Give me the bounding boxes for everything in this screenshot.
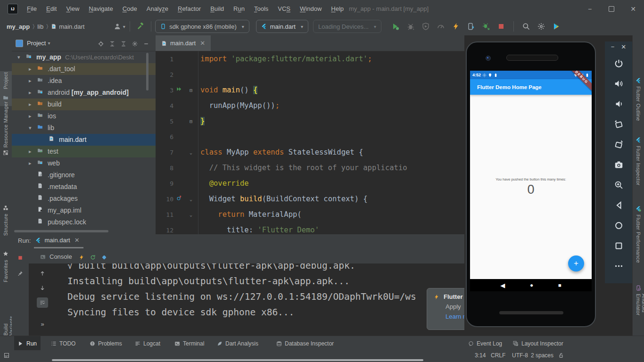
- toolwindow-event-log[interactable]: Event Log: [464, 336, 506, 351]
- flutter-dot-icon[interactable]: [636, 206, 641, 212]
- line-ending[interactable]: CRLF: [491, 352, 505, 359]
- hide-button[interactable]: [143, 40, 149, 47]
- folder-plain-icon[interactable]: [3, 95, 8, 100]
- up-button[interactable]: [37, 268, 48, 279]
- toolwindow-todo[interactable]: TODO: [47, 336, 79, 351]
- chevrons-button[interactable]: »: [37, 319, 48, 329]
- tab-console[interactable]: Console: [40, 253, 72, 260]
- caret-position[interactable]: 3:14: [475, 352, 486, 359]
- menu-help[interactable]: Help: [327, 3, 348, 14]
- stripe-flutter-performance[interactable]: Flutter Performance: [636, 214, 641, 263]
- minimize-button[interactable]: −: [579, 0, 601, 17]
- run-tab-main-dart[interactable]: main.dart ✕: [31, 234, 84, 244]
- fold-marker-icon[interactable]: ⊟: [190, 82, 192, 98]
- emulator-phone[interactable]: 4:52 Flutter Demo Home Page DEBUG You ha…: [466, 41, 596, 327]
- toolwindow-run[interactable]: Run: [14, 336, 41, 351]
- run-config-selector[interactable]: main.dart ▾: [256, 20, 308, 33]
- hot-restart-button[interactable]: [90, 253, 96, 260]
- devtools-button[interactable]: [101, 253, 107, 260]
- down-button[interactable]: [37, 283, 48, 293]
- collapse-arrow-icon[interactable]: ▾: [17, 51, 20, 63]
- emu-device-icon[interactable]: [636, 285, 641, 291]
- menu-tools[interactable]: Tools: [250, 3, 272, 14]
- code-line-5[interactable]: 5⊟}: [156, 114, 464, 129]
- tree-item-android[interactable]: ▸android [my_app_android]: [12, 87, 156, 99]
- flutter-icon[interactable]: [636, 78, 641, 83]
- code-line-6[interactable]: 6: [156, 129, 464, 145]
- emulator-back-button[interactable]: [614, 201, 623, 210]
- nav-home-button[interactable]: ●: [530, 282, 533, 288]
- menu-code[interactable]: Code: [118, 3, 141, 14]
- device-selector[interactable]: sdk gphone x86 (mobile) ▾: [155, 20, 249, 33]
- horizontal-scrollbar[interactable]: [52, 359, 423, 361]
- breadcrumb-folder[interactable]: lib: [37, 23, 43, 30]
- vertical-scrollbar[interactable]: [146, 53, 149, 90]
- tree-item-pubspec-lock[interactable]: pubspec.lock: [12, 216, 156, 228]
- profile-button[interactable]: [434, 20, 447, 33]
- stop-button[interactable]: [495, 20, 508, 33]
- run-button[interactable]: [389, 20, 402, 33]
- fold-marker-icon[interactable]: ⌄: [190, 191, 192, 207]
- expand-arrow-icon[interactable]: ▸: [29, 99, 32, 110]
- toolwindow-dart-analysis[interactable]: Dart Analysis: [213, 336, 262, 351]
- device-bolt-button[interactable]: [464, 20, 478, 33]
- tree-item-build[interactable]: ▸build: [12, 99, 156, 110]
- stop-button[interactable]: [17, 254, 23, 261]
- tree-item--dart-tool[interactable]: ▸.dart_tool: [12, 63, 156, 75]
- tree-item--idea[interactable]: ▸.idea: [12, 75, 156, 87]
- menu-navigate[interactable]: Navigate: [84, 3, 117, 14]
- code-line-7[interactable]: 7⌄class MyApp extends StatelessWidget {: [156, 145, 464, 160]
- build-button[interactable]: [134, 20, 147, 33]
- menu-edit[interactable]: Edit: [42, 3, 61, 14]
- tree-item-test[interactable]: ▸test: [12, 146, 156, 157]
- code-line-11[interactable]: 11⌄ return MaterialApp(: [156, 207, 464, 222]
- star-icon[interactable]: [3, 251, 8, 256]
- tree-item-ios[interactable]: ▸ios: [12, 110, 156, 122]
- fab-button[interactable]: +: [568, 255, 584, 272]
- tree-item-web[interactable]: ▸web: [12, 157, 156, 169]
- emulator-volume-down-button[interactable]: [614, 99, 623, 108]
- tree-item--packages[interactable]: .packages: [12, 193, 156, 205]
- breadcrumb-project[interactable]: my_app: [7, 23, 30, 30]
- collapse-all-button[interactable]: [121, 40, 126, 47]
- attach-debugger-button[interactable]: [479, 20, 493, 33]
- menu-view[interactable]: View: [62, 3, 83, 14]
- file-encoding[interactable]: UTF-8: [512, 352, 528, 359]
- play-store-button[interactable]: [550, 20, 563, 33]
- fold-marker-icon[interactable]: ⊟: [190, 114, 192, 129]
- resource-icon[interactable]: [3, 150, 8, 156]
- nav-back-button[interactable]: ◀: [500, 282, 505, 289]
- project-view-selector[interactable]: Project: [27, 40, 46, 47]
- stripe-android-emulator[interactable]: Android Emulator: [636, 294, 644, 336]
- tree-item-lib[interactable]: ▾lib: [12, 122, 156, 134]
- tab-main-dart[interactable]: main.dart ✕: [156, 35, 211, 51]
- menu-analyze[interactable]: Analyze: [142, 3, 173, 14]
- tree-item-main-dart[interactable]: main.dart: [12, 134, 156, 146]
- stripe-resource-manager[interactable]: Resource Manager: [3, 101, 8, 148]
- toolwindow-problems[interactable]: Problems: [86, 336, 126, 351]
- softwrap-button[interactable]: [37, 297, 48, 308]
- code-area[interactable]: 1import 'package:flutter/material.dart';…: [156, 51, 464, 234]
- expand-all-button[interactable]: [109, 40, 115, 47]
- expand-arrow-icon[interactable]: ▸: [29, 63, 32, 75]
- code-line-8[interactable]: 8 // This widget is the root of your app…: [156, 160, 464, 176]
- flutter-icon[interactable]: [636, 137, 641, 143]
- emulator-zoom-button[interactable]: [614, 181, 623, 189]
- menu-build[interactable]: Build: [206, 3, 228, 14]
- menu-run[interactable]: Run: [229, 3, 249, 14]
- code-line-3[interactable]: 3⊟void main() {: [156, 82, 464, 98]
- stripe-flutter-inspector[interactable]: Flutter Inspector: [636, 146, 641, 186]
- horizontal-scrollbar[interactable]: [14, 230, 108, 232]
- toolwindow-database-inspector[interactable]: Database Inspector: [272, 336, 338, 351]
- stripe-favorites[interactable]: Favorites: [3, 260, 8, 282]
- close-icon[interactable]: ✕: [74, 237, 80, 244]
- locate-button[interactable]: [98, 40, 104, 47]
- nav-overview-button[interactable]: ■: [558, 282, 561, 288]
- structure-icon[interactable]: [3, 205, 8, 211]
- expand-arrow-icon[interactable]: ▸: [29, 75, 32, 87]
- expand-arrow-icon[interactable]: ▸: [29, 157, 32, 169]
- tool-window-switcher-icon[interactable]: [4, 353, 9, 358]
- menu-refactor[interactable]: Refactor: [173, 3, 205, 14]
- close-button[interactable]: ✕: [622, 0, 644, 17]
- menu-window[interactable]: Window: [296, 3, 326, 14]
